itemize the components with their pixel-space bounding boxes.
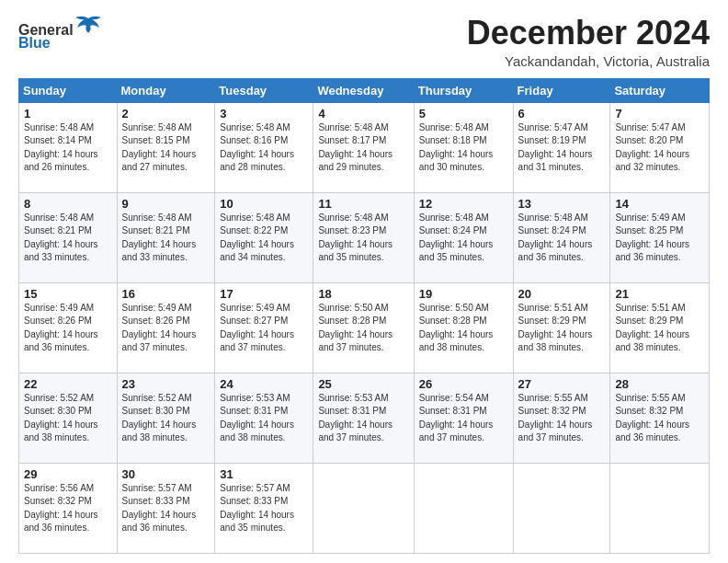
day-number-2: 2: [122, 107, 210, 121]
week-row-4: 22Sunrise: 5:52 AM Sunset: 8:30 PM Dayli…: [19, 373, 710, 463]
day-number-4: 4: [318, 107, 408, 121]
day-cell-11: 11Sunrise: 5:48 AM Sunset: 8:23 PM Dayli…: [313, 192, 414, 282]
empty-cell-w4d6: [610, 463, 710, 553]
day-number-28: 28: [615, 377, 704, 391]
day-cell-25: 25Sunrise: 5:53 AM Sunset: 8:31 PM Dayli…: [313, 373, 414, 463]
day-number-10: 10: [220, 197, 308, 211]
week-row-3: 15Sunrise: 5:49 AM Sunset: 8:26 PM Dayli…: [19, 282, 710, 373]
day-info-28: Sunrise: 5:55 AM Sunset: 8:32 PM Dayligh…: [615, 392, 704, 445]
day-info-7: Sunrise: 5:47 AM Sunset: 8:20 PM Dayligh…: [615, 121, 704, 175]
day-cell-27: 27Sunrise: 5:55 AM Sunset: 8:32 PM Dayli…: [513, 373, 610, 463]
day-cell-17: 17Sunrise: 5:49 AM Sunset: 8:27 PM Dayli…: [215, 282, 313, 373]
day-number-27: 27: [518, 377, 606, 391]
day-number-11: 11: [318, 197, 408, 211]
week-row-1: 1Sunrise: 5:48 AM Sunset: 8:14 PM Daylig…: [19, 102, 710, 192]
day-cell-9: 9Sunrise: 5:48 AM Sunset: 8:21 PM Daylig…: [117, 192, 215, 282]
day-number-19: 19: [419, 287, 508, 301]
logo-bird-icon: [75, 15, 101, 39]
col-sunday: Sunday: [19, 78, 118, 102]
day-number-18: 18: [318, 287, 408, 301]
day-info-15: Sunrise: 5:49 AM Sunset: 8:26 PM Dayligh…: [24, 302, 112, 355]
day-number-15: 15: [24, 287, 112, 301]
location: Yackandandah, Victoria, Australia: [467, 53, 710, 69]
day-info-17: Sunrise: 5:49 AM Sunset: 8:27 PM Dayligh…: [220, 302, 308, 355]
day-number-13: 13: [518, 197, 606, 211]
day-cell-3: 3Sunrise: 5:48 AM Sunset: 8:16 PM Daylig…: [215, 102, 313, 192]
day-info-18: Sunrise: 5:50 AM Sunset: 8:28 PM Dayligh…: [318, 302, 408, 355]
day-info-3: Sunrise: 5:48 AM Sunset: 8:16 PM Dayligh…: [220, 121, 308, 175]
day-cell-23: 23Sunrise: 5:52 AM Sunset: 8:30 PM Dayli…: [117, 373, 215, 463]
day-number-24: 24: [220, 377, 308, 391]
day-cell-14: 14Sunrise: 5:49 AM Sunset: 8:25 PM Dayli…: [610, 192, 710, 282]
day-number-3: 3: [220, 107, 308, 121]
day-cell-7: 7Sunrise: 5:47 AM Sunset: 8:20 PM Daylig…: [610, 102, 710, 192]
day-info-21: Sunrise: 5:51 AM Sunset: 8:29 PM Dayligh…: [615, 302, 704, 355]
day-number-8: 8: [24, 197, 112, 211]
day-cell-16: 16Sunrise: 5:49 AM Sunset: 8:26 PM Dayli…: [117, 282, 215, 373]
day-info-25: Sunrise: 5:53 AM Sunset: 8:31 PM Dayligh…: [318, 392, 408, 445]
day-info-14: Sunrise: 5:49 AM Sunset: 8:25 PM Dayligh…: [615, 212, 704, 265]
calendar-header-row: Sunday Monday Tuesday Wednesday Thursday…: [19, 78, 710, 102]
day-number-25: 25: [318, 377, 408, 391]
day-number-12: 12: [419, 197, 508, 211]
day-number-26: 26: [419, 377, 508, 391]
logo-blue: Blue: [18, 35, 51, 52]
empty-cell-w4d3: [313, 463, 414, 553]
day-cell-2: 2Sunrise: 5:48 AM Sunset: 8:15 PM Daylig…: [117, 102, 215, 192]
day-info-30: Sunrise: 5:57 AM Sunset: 8:33 PM Dayligh…: [122, 482, 210, 535]
day-number-17: 17: [220, 287, 308, 301]
day-cell-8: 8Sunrise: 5:48 AM Sunset: 8:21 PM Daylig…: [19, 192, 118, 282]
day-number-16: 16: [122, 287, 210, 301]
day-info-13: Sunrise: 5:48 AM Sunset: 8:24 PM Dayligh…: [518, 212, 606, 265]
day-info-8: Sunrise: 5:48 AM Sunset: 8:21 PM Dayligh…: [24, 212, 112, 265]
col-thursday: Thursday: [414, 78, 513, 102]
day-cell-15: 15Sunrise: 5:49 AM Sunset: 8:26 PM Dayli…: [19, 282, 118, 373]
day-info-22: Sunrise: 5:52 AM Sunset: 8:30 PM Dayligh…: [24, 392, 112, 445]
day-info-1: Sunrise: 5:48 AM Sunset: 8:14 PM Dayligh…: [24, 121, 112, 175]
day-number-20: 20: [518, 287, 606, 301]
day-info-6: Sunrise: 5:47 AM Sunset: 8:19 PM Dayligh…: [518, 121, 606, 175]
day-info-29: Sunrise: 5:56 AM Sunset: 8:32 PM Dayligh…: [24, 482, 112, 535]
day-cell-24: 24Sunrise: 5:53 AM Sunset: 8:31 PM Dayli…: [215, 373, 313, 463]
empty-cell-w4d4: [414, 463, 513, 553]
day-number-6: 6: [518, 107, 606, 121]
day-cell-30: 30Sunrise: 5:57 AM Sunset: 8:33 PM Dayli…: [117, 463, 215, 553]
day-cell-18: 18Sunrise: 5:50 AM Sunset: 8:28 PM Dayli…: [313, 282, 414, 373]
col-wednesday: Wednesday: [313, 78, 414, 102]
day-number-7: 7: [615, 107, 704, 121]
day-info-16: Sunrise: 5:49 AM Sunset: 8:26 PM Dayligh…: [122, 302, 210, 355]
day-info-5: Sunrise: 5:48 AM Sunset: 8:18 PM Dayligh…: [419, 121, 508, 175]
day-info-10: Sunrise: 5:48 AM Sunset: 8:22 PM Dayligh…: [220, 212, 308, 265]
month-title: December 2024: [467, 15, 710, 52]
day-info-31: Sunrise: 5:57 AM Sunset: 8:33 PM Dayligh…: [220, 482, 308, 535]
day-cell-26: 26Sunrise: 5:54 AM Sunset: 8:31 PM Dayli…: [414, 373, 513, 463]
page: General Blue December 2024 Yackandandah,…: [0, 0, 728, 563]
day-number-23: 23: [122, 377, 210, 391]
title-block: December 2024 Yackandandah, Victoria, Au…: [467, 15, 710, 69]
day-info-23: Sunrise: 5:52 AM Sunset: 8:30 PM Dayligh…: [122, 392, 210, 445]
day-cell-12: 12Sunrise: 5:48 AM Sunset: 8:24 PM Dayli…: [414, 192, 513, 282]
day-info-24: Sunrise: 5:53 AM Sunset: 8:31 PM Dayligh…: [220, 392, 308, 445]
day-info-12: Sunrise: 5:48 AM Sunset: 8:24 PM Dayligh…: [419, 212, 508, 265]
day-cell-1: 1Sunrise: 5:48 AM Sunset: 8:14 PM Daylig…: [19, 102, 118, 192]
day-cell-29: 29Sunrise: 5:56 AM Sunset: 8:32 PM Dayli…: [19, 463, 118, 553]
day-info-2: Sunrise: 5:48 AM Sunset: 8:15 PM Dayligh…: [122, 121, 210, 175]
day-number-1: 1: [24, 107, 112, 121]
col-tuesday: Tuesday: [215, 78, 313, 102]
col-saturday: Saturday: [610, 78, 710, 102]
day-number-21: 21: [615, 287, 704, 301]
week-row-2: 8Sunrise: 5:48 AM Sunset: 8:21 PM Daylig…: [19, 192, 710, 282]
day-cell-22: 22Sunrise: 5:52 AM Sunset: 8:30 PM Dayli…: [19, 373, 118, 463]
header: General Blue December 2024 Yackandandah,…: [18, 15, 710, 69]
day-info-19: Sunrise: 5:50 AM Sunset: 8:28 PM Dayligh…: [419, 302, 508, 355]
day-cell-21: 21Sunrise: 5:51 AM Sunset: 8:29 PM Dayli…: [610, 282, 710, 373]
day-cell-28: 28Sunrise: 5:55 AM Sunset: 8:32 PM Dayli…: [610, 373, 710, 463]
day-info-27: Sunrise: 5:55 AM Sunset: 8:32 PM Dayligh…: [518, 392, 606, 445]
logo: General Blue: [18, 15, 101, 52]
day-info-9: Sunrise: 5:48 AM Sunset: 8:21 PM Dayligh…: [122, 212, 210, 265]
day-number-22: 22: [24, 377, 112, 391]
day-cell-6: 6Sunrise: 5:47 AM Sunset: 8:19 PM Daylig…: [513, 102, 610, 192]
day-cell-13: 13Sunrise: 5:48 AM Sunset: 8:24 PM Dayli…: [513, 192, 610, 282]
day-info-26: Sunrise: 5:54 AM Sunset: 8:31 PM Dayligh…: [419, 392, 508, 445]
day-cell-5: 5Sunrise: 5:48 AM Sunset: 8:18 PM Daylig…: [414, 102, 513, 192]
